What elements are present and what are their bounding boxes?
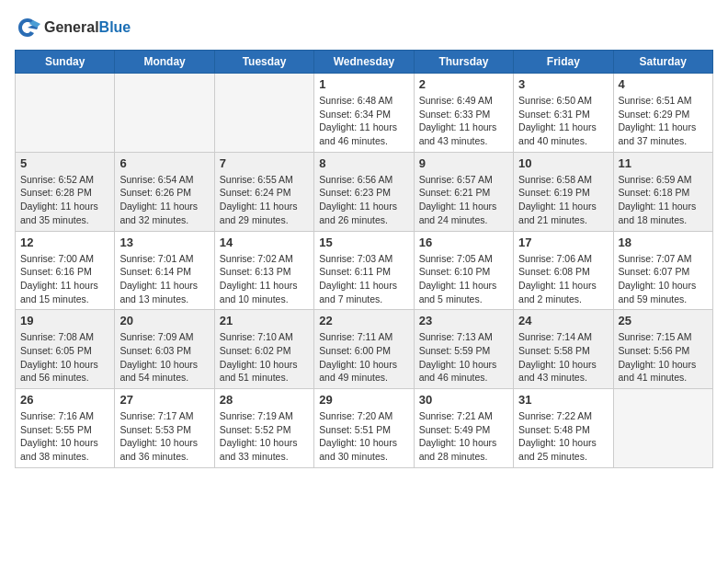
- day-number: 31: [518, 393, 608, 407]
- calendar-cell: 28Sunrise: 7:19 AMSunset: 5:52 PMDayligh…: [214, 389, 313, 468]
- calendar-cell: 24Sunrise: 7:14 AMSunset: 5:58 PMDayligh…: [514, 310, 613, 389]
- cell-info: Sunrise: 7:02 AMSunset: 6:13 PMDaylight:…: [220, 252, 309, 306]
- day-number: 6: [119, 156, 209, 170]
- day-number: 13: [119, 236, 209, 249]
- calendar-cell: [613, 389, 712, 468]
- page-header: GeneralBlue: [15, 15, 713, 40]
- day-number: 10: [518, 156, 608, 170]
- day-number: 16: [419, 236, 508, 249]
- logo-text: GeneralBlue: [44, 19, 131, 36]
- cell-info: Sunrise: 6:48 AMSunset: 6:34 PMDaylight:…: [319, 94, 408, 148]
- calendar-cell: 1Sunrise: 6:48 AMSunset: 6:34 PMDaylight…: [314, 74, 414, 153]
- calendar-cell: 10Sunrise: 6:58 AMSunset: 6:19 PMDayligh…: [514, 152, 613, 231]
- calendar-week-row: 5Sunrise: 6:52 AMSunset: 6:28 PMDaylight…: [16, 152, 713, 231]
- day-number: 9: [419, 156, 508, 170]
- day-number: 8: [319, 156, 408, 170]
- cell-info: Sunrise: 7:11 AMSunset: 6:00 PMDaylight:…: [319, 330, 408, 385]
- calendar-cell: 20Sunrise: 7:09 AMSunset: 6:03 PMDayligh…: [115, 310, 214, 389]
- day-number: 29: [319, 393, 408, 407]
- day-number: 4: [619, 77, 708, 91]
- weekday-monday: Monday: [115, 51, 214, 74]
- calendar-cell: 14Sunrise: 7:02 AMSunset: 6:13 PMDayligh…: [214, 231, 313, 310]
- cell-info: Sunrise: 7:05 AMSunset: 6:10 PMDaylight:…: [419, 252, 508, 306]
- cell-info: Sunrise: 6:52 AMSunset: 6:28 PMDaylight:…: [20, 173, 109, 227]
- cell-info: Sunrise: 7:03 AMSunset: 6:11 PMDaylight:…: [319, 252, 408, 306]
- weekday-header-row: SundayMondayTuesdayWednesdayThursdayFrid…: [16, 51, 713, 74]
- cell-info: Sunrise: 7:13 AMSunset: 5:59 PMDaylight:…: [419, 330, 508, 385]
- day-number: 17: [518, 236, 608, 249]
- cell-info: Sunrise: 7:22 AMSunset: 5:48 PMDaylight:…: [518, 409, 608, 464]
- cell-info: Sunrise: 7:19 AMSunset: 5:52 PMDaylight:…: [220, 409, 309, 464]
- weekday-friday: Friday: [514, 51, 613, 74]
- calendar-cell: 13Sunrise: 7:01 AMSunset: 6:14 PMDayligh…: [115, 231, 214, 310]
- calendar-week-row: 1Sunrise: 6:48 AMSunset: 6:34 PMDaylight…: [16, 74, 713, 153]
- logo-icon: [15, 15, 40, 40]
- cell-info: Sunrise: 7:09 AMSunset: 6:03 PMDaylight:…: [119, 330, 209, 385]
- calendar-cell: 30Sunrise: 7:21 AMSunset: 5:49 PMDayligh…: [414, 389, 513, 468]
- day-number: 19: [20, 314, 109, 327]
- calendar-cell: 2Sunrise: 6:49 AMSunset: 6:33 PMDaylight…: [414, 74, 513, 153]
- cell-info: Sunrise: 6:49 AMSunset: 6:33 PMDaylight:…: [419, 94, 508, 148]
- cell-info: Sunrise: 7:01 AMSunset: 6:14 PMDaylight:…: [119, 252, 209, 306]
- cell-info: Sunrise: 6:51 AMSunset: 6:29 PMDaylight:…: [619, 94, 708, 148]
- day-number: 15: [319, 236, 408, 249]
- day-number: 18: [619, 236, 708, 249]
- calendar-cell: 22Sunrise: 7:11 AMSunset: 6:00 PMDayligh…: [314, 310, 414, 389]
- cell-info: Sunrise: 6:56 AMSunset: 6:23 PMDaylight:…: [319, 173, 408, 227]
- cell-info: Sunrise: 6:59 AMSunset: 6:18 PMDaylight:…: [619, 173, 708, 227]
- calendar-cell: 8Sunrise: 6:56 AMSunset: 6:23 PMDaylight…: [314, 152, 414, 231]
- day-number: 30: [419, 393, 508, 407]
- day-number: 21: [220, 314, 309, 327]
- calendar-cell: 26Sunrise: 7:16 AMSunset: 5:55 PMDayligh…: [16, 389, 115, 468]
- calendar-week-row: 19Sunrise: 7:08 AMSunset: 6:05 PMDayligh…: [16, 310, 713, 389]
- cell-info: Sunrise: 7:07 AMSunset: 6:07 PMDaylight:…: [619, 252, 708, 306]
- calendar-cell: [115, 74, 214, 153]
- calendar-cell: 23Sunrise: 7:13 AMSunset: 5:59 PMDayligh…: [414, 310, 513, 389]
- cell-info: Sunrise: 7:17 AMSunset: 5:53 PMDaylight:…: [119, 409, 209, 464]
- calendar-cell: 17Sunrise: 7:06 AMSunset: 6:08 PMDayligh…: [514, 231, 613, 310]
- calendar-cell: 11Sunrise: 6:59 AMSunset: 6:18 PMDayligh…: [613, 152, 712, 231]
- cell-info: Sunrise: 7:10 AMSunset: 6:02 PMDaylight:…: [220, 330, 309, 385]
- cell-info: Sunrise: 7:15 AMSunset: 5:56 PMDaylight:…: [619, 330, 708, 385]
- calendar-cell: 6Sunrise: 6:54 AMSunset: 6:26 PMDaylight…: [115, 152, 214, 231]
- calendar-cell: [16, 74, 115, 153]
- calendar-cell: [214, 74, 313, 153]
- calendar-week-row: 26Sunrise: 7:16 AMSunset: 5:55 PMDayligh…: [16, 389, 713, 468]
- calendar-cell: 18Sunrise: 7:07 AMSunset: 6:07 PMDayligh…: [613, 231, 712, 310]
- weekday-wednesday: Wednesday: [314, 51, 414, 74]
- day-number: 1: [319, 77, 408, 91]
- cell-info: Sunrise: 7:06 AMSunset: 6:08 PMDaylight:…: [518, 252, 608, 306]
- cell-info: Sunrise: 6:58 AMSunset: 6:19 PMDaylight:…: [518, 173, 608, 227]
- cell-info: Sunrise: 6:55 AMSunset: 6:24 PMDaylight:…: [220, 173, 309, 227]
- calendar-cell: 5Sunrise: 6:52 AMSunset: 6:28 PMDaylight…: [16, 152, 115, 231]
- cell-info: Sunrise: 7:16 AMSunset: 5:55 PMDaylight:…: [20, 409, 109, 464]
- cell-info: Sunrise: 6:57 AMSunset: 6:21 PMDaylight:…: [419, 173, 508, 227]
- calendar-cell: 3Sunrise: 6:50 AMSunset: 6:31 PMDaylight…: [514, 74, 613, 153]
- day-number: 23: [419, 314, 508, 327]
- cell-info: Sunrise: 7:00 AMSunset: 6:16 PMDaylight:…: [20, 252, 109, 306]
- calendar-cell: 9Sunrise: 6:57 AMSunset: 6:21 PMDaylight…: [414, 152, 513, 231]
- calendar-cell: 15Sunrise: 7:03 AMSunset: 6:11 PMDayligh…: [314, 231, 414, 310]
- calendar-cell: 29Sunrise: 7:20 AMSunset: 5:51 PMDayligh…: [314, 389, 414, 468]
- calendar-cell: 4Sunrise: 6:51 AMSunset: 6:29 PMDaylight…: [613, 74, 712, 153]
- calendar-cell: 19Sunrise: 7:08 AMSunset: 6:05 PMDayligh…: [16, 310, 115, 389]
- day-number: 27: [119, 393, 209, 407]
- cell-info: Sunrise: 7:21 AMSunset: 5:49 PMDaylight:…: [419, 409, 508, 464]
- cell-info: Sunrise: 7:08 AMSunset: 6:05 PMDaylight:…: [20, 330, 109, 385]
- calendar-cell: 27Sunrise: 7:17 AMSunset: 5:53 PMDayligh…: [115, 389, 214, 468]
- weekday-sunday: Sunday: [16, 51, 115, 74]
- calendar-cell: 25Sunrise: 7:15 AMSunset: 5:56 PMDayligh…: [613, 310, 712, 389]
- cell-info: Sunrise: 6:50 AMSunset: 6:31 PMDaylight:…: [518, 94, 608, 148]
- day-number: 14: [220, 236, 309, 249]
- cell-info: Sunrise: 7:20 AMSunset: 5:51 PMDaylight:…: [319, 409, 408, 464]
- day-number: 20: [119, 314, 209, 327]
- day-number: 22: [319, 314, 408, 327]
- weekday-tuesday: Tuesday: [214, 51, 313, 74]
- day-number: 11: [619, 156, 708, 170]
- day-number: 2: [419, 77, 508, 91]
- calendar-week-row: 12Sunrise: 7:00 AMSunset: 6:16 PMDayligh…: [16, 231, 713, 310]
- logo: GeneralBlue: [15, 15, 131, 40]
- cell-info: Sunrise: 6:54 AMSunset: 6:26 PMDaylight:…: [119, 173, 209, 227]
- calendar-cell: 31Sunrise: 7:22 AMSunset: 5:48 PMDayligh…: [514, 389, 613, 468]
- calendar-table: SundayMondayTuesdayWednesdayThursdayFrid…: [15, 50, 713, 468]
